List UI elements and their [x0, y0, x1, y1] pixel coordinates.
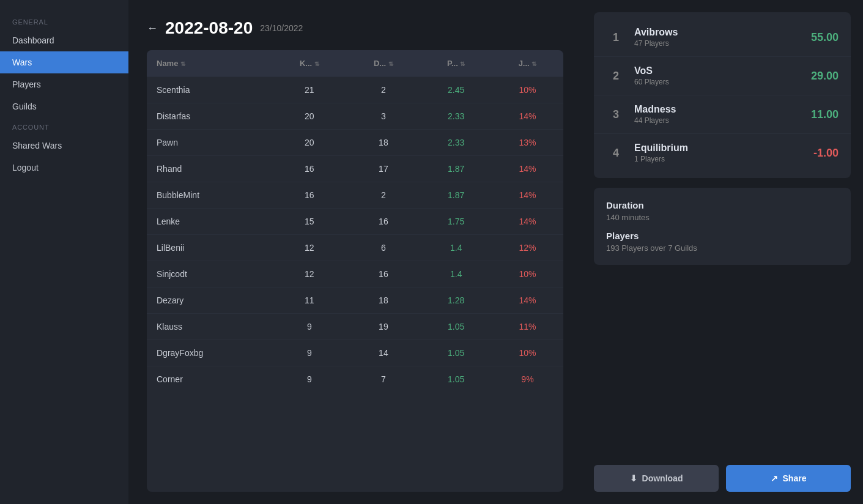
sidebar-item-wars[interactable]: Wars: [0, 51, 128, 73]
guild-players: 44 Players: [634, 116, 811, 125]
col-performance[interactable]: P... ⇅: [420, 50, 492, 77]
cell-name: Klauss: [147, 314, 272, 340]
cell-kills: 12: [272, 261, 346, 287]
cell-join: 12%: [492, 235, 563, 261]
cell-performance: 2.33: [420, 130, 492, 156]
cell-deaths: 2: [346, 182, 420, 209]
duration-stat: Duration 140 minutes: [606, 200, 839, 222]
cell-kills: 15: [272, 209, 346, 235]
cell-deaths: 16: [346, 209, 420, 235]
share-button[interactable]: ↗ Share: [726, 465, 851, 492]
cell-performance: 1.4: [420, 261, 492, 287]
players-value: 193 Players over 7 Guilds: [606, 243, 839, 253]
guild-info: Equilibrium 1 Players: [634, 143, 813, 163]
table-row: Scenthia 21 2 2.45 10%: [147, 77, 563, 103]
cell-performance: 1.05: [420, 366, 492, 393]
guild-name: Avibrows: [634, 27, 811, 38]
sidebar-item-dashboard[interactable]: Dashboard: [0, 29, 128, 51]
sort-icon-join: ⇅: [532, 61, 536, 67]
back-button[interactable]: ←: [147, 22, 158, 35]
cell-name: Rhand: [147, 156, 272, 182]
duration-value: 140 minutes: [606, 213, 839, 222]
players-table-container: Name ⇅ K... ⇅ D... ⇅ P... ⇅ J... ⇅ Scent…: [147, 50, 563, 492]
cell-name: BubbleMint: [147, 182, 272, 209]
cell-join: 14%: [492, 287, 563, 314]
cell-name: LilBenii: [147, 235, 272, 261]
guild-info: Madness 44 Players: [634, 104, 811, 125]
players-table: Name ⇅ K... ⇅ D... ⇅ P... ⇅ J... ⇅ Scent…: [147, 50, 563, 392]
table-row: LilBenii 12 6 1.4 12%: [147, 235, 563, 261]
cell-kills: 11: [272, 287, 346, 314]
cell-performance: 1.28: [420, 287, 492, 314]
cell-kills: 20: [272, 103, 346, 130]
cell-performance: 2.45: [420, 77, 492, 103]
guild-info: Avibrows 47 Players: [634, 27, 811, 48]
cell-join: 10%: [492, 77, 563, 103]
cell-join: 10%: [492, 261, 563, 287]
col-join[interactable]: J... ⇅: [492, 50, 563, 77]
cell-deaths: 16: [346, 261, 420, 287]
guild-score: 29.00: [811, 70, 839, 83]
cell-name: Corner: [147, 366, 272, 393]
cell-join: 14%: [492, 209, 563, 235]
cell-join: 11%: [492, 314, 563, 340]
sidebar-item-logout[interactable]: Logout: [0, 157, 128, 179]
table-row: Klauss 9 19 1.05 11%: [147, 314, 563, 340]
guild-players: 60 Players: [634, 78, 811, 86]
guild-rank: 2: [606, 70, 626, 83]
col-deaths[interactable]: D... ⇅: [346, 50, 420, 77]
guild-rank: 1: [606, 31, 626, 44]
guild-score: 55.00: [811, 31, 839, 44]
cell-deaths: 7: [346, 366, 420, 393]
sidebar-item-label: Shared Wars: [12, 141, 62, 150]
cell-kills: 21: [272, 77, 346, 103]
cell-name: Distarfas: [147, 103, 272, 130]
table-row: Dezary 11 18 1.28 14%: [147, 287, 563, 314]
cell-kills: 16: [272, 156, 346, 182]
page-subtitle: 23/10/2022: [260, 23, 303, 33]
cell-performance: 2.33: [420, 103, 492, 130]
page-header: ← 2022-08-20 23/10/2022: [147, 18, 563, 38]
cell-join: 14%: [492, 182, 563, 209]
table-row: Rhand 16 17 1.87 14%: [147, 156, 563, 182]
guild-row[interactable]: 1 Avibrows 47 Players 55.00: [594, 18, 851, 57]
guild-name: VoS: [634, 65, 811, 76]
cell-join: 9%: [492, 366, 563, 393]
cell-deaths: 6: [346, 235, 420, 261]
cell-join: 14%: [492, 156, 563, 182]
cell-deaths: 14: [346, 340, 420, 366]
guild-row[interactable]: 3 Madness 44 Players 11.00: [594, 95, 851, 134]
cell-name: Sinjcodt: [147, 261, 272, 287]
guild-row[interactable]: 4 Equilibrium 1 Players -1.00: [594, 134, 851, 172]
cell-kills: 9: [272, 314, 346, 340]
main-content: ← 2022-08-20 23/10/2022 Name ⇅ K... ⇅ D.…: [128, 0, 582, 504]
guild-row[interactable]: 2 VoS 60 Players 29.00: [594, 57, 851, 95]
sidebar-item-guilds[interactable]: Guilds: [0, 95, 128, 117]
cell-performance: 1.4: [420, 235, 492, 261]
download-button[interactable]: ⬇ Download: [594, 465, 719, 492]
cell-performance: 1.05: [420, 340, 492, 366]
cell-name: DgrayFoxbg: [147, 340, 272, 366]
cell-name: Scenthia: [147, 77, 272, 103]
col-kills[interactable]: K... ⇅: [272, 50, 346, 77]
cell-deaths: 3: [346, 103, 420, 130]
action-buttons: ⬇ Download ↗ Share: [594, 465, 851, 492]
cell-performance: 1.05: [420, 314, 492, 340]
cell-name: Dezary: [147, 287, 272, 314]
guild-name: Equilibrium: [634, 143, 813, 154]
guild-rank: 3: [606, 108, 626, 121]
cell-name: Lenke: [147, 209, 272, 235]
cell-join: 13%: [492, 130, 563, 156]
sidebar-item-label: Logout: [12, 163, 39, 172]
cell-kills: 12: [272, 235, 346, 261]
col-name[interactable]: Name ⇅: [147, 50, 272, 77]
share-label: Share: [783, 473, 807, 483]
right-panel: 1 Avibrows 47 Players 55.00 2 VoS 60 Pla…: [582, 0, 863, 504]
stats-card: Duration 140 minutes Players 193 Players…: [594, 188, 851, 265]
table-row: Sinjcodt 12 16 1.4 10%: [147, 261, 563, 287]
page-title: 2022-08-20: [165, 18, 253, 38]
sidebar-item-shared-wars[interactable]: Shared Wars: [0, 135, 128, 157]
cell-deaths: 2: [346, 77, 420, 103]
sidebar-item-players[interactable]: Players: [0, 73, 128, 95]
sort-icon-deaths: ⇅: [388, 61, 393, 67]
